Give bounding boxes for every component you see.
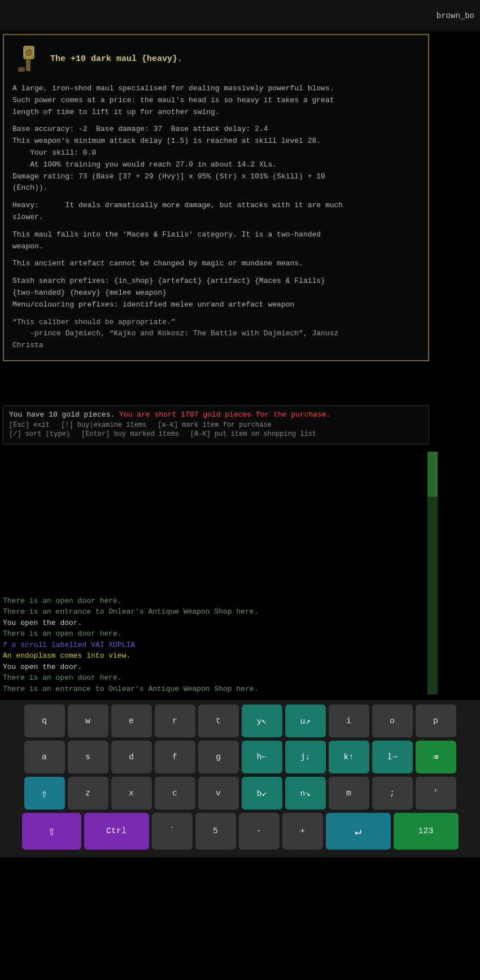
item-title: The +10 dark maul {heavy}. xyxy=(50,54,182,64)
key-p[interactable]: p xyxy=(416,705,456,737)
key-backtick[interactable]: ` xyxy=(152,813,193,850)
key-z[interactable]: z xyxy=(68,777,108,810)
key-e[interactable]: e xyxy=(111,705,152,737)
item-desc1: A large, iron-shod maul specialised for … xyxy=(12,83,420,118)
scrollbar[interactable] xyxy=(427,452,438,694)
key-i[interactable]: i xyxy=(329,705,369,737)
key-q[interactable]: q xyxy=(24,705,65,737)
key-backspace[interactable]: ⌫ xyxy=(416,741,456,773)
key-enter[interactable]: ↵ xyxy=(326,813,391,850)
key-r[interactable]: r xyxy=(155,705,195,737)
message-line-1: There is an entrance to Onlear's Antique… xyxy=(3,606,421,618)
key-t[interactable]: t xyxy=(198,705,239,737)
key-h[interactable]: h← xyxy=(242,741,282,773)
key-row-2: a s d f g h← j↓ k↑ l→ ⌫ xyxy=(2,741,478,773)
message-line-4: f a scroll labelled VAI XOPLIA xyxy=(3,640,421,651)
svg-point-2 xyxy=(24,48,33,57)
key-g[interactable]: g xyxy=(198,741,239,773)
message-line-6: You open the door. xyxy=(3,662,421,673)
keybind-sort: [/] sort (type) xyxy=(9,430,70,438)
key-f[interactable]: f xyxy=(155,741,195,773)
key-plus[interactable]: + xyxy=(282,813,323,850)
key-b[interactable]: b↙ xyxy=(242,777,282,810)
key-x[interactable]: x xyxy=(111,777,152,810)
item-desc5: This ancient artefact cannot be changed … xyxy=(12,258,420,270)
key-a[interactable]: a xyxy=(24,741,65,773)
gold-line: You have 10 gold pieces. You are short 1… xyxy=(9,410,423,419)
key-shift-left[interactable]: ⇧ xyxy=(24,777,65,810)
message-line-3: There is an open door here. xyxy=(3,628,421,640)
gold-prefix: You have 10 gold pieces. xyxy=(9,410,115,419)
key-row-1: q w e r t y↖ u↗ i o p xyxy=(2,705,478,737)
key-5[interactable]: 5 xyxy=(195,813,236,850)
key-y[interactable]: y↖ xyxy=(242,705,282,737)
item-header: The +10 dark maul {heavy}. xyxy=(12,43,420,75)
item-icon xyxy=(12,43,43,75)
key-apostrophe[interactable]: ' xyxy=(416,777,456,810)
message-log: There is an open door here.There is an e… xyxy=(3,596,421,695)
key-ctrl[interactable]: Ctrl xyxy=(84,813,149,850)
svg-rect-3 xyxy=(18,67,25,72)
key-w[interactable]: w xyxy=(68,705,108,737)
key-c[interactable]: c xyxy=(155,777,195,810)
key-row-4: ⇧ Ctrl ` 5 - + ↵ 123 xyxy=(2,813,478,850)
keyboard: q w e r t y↖ u↗ i o p a s d f g h← j↓ k↑… xyxy=(0,700,480,858)
key-row-3: ⇧ z x c v b↙ n↘ m ; ' xyxy=(2,777,478,810)
key-n[interactable]: n↘ xyxy=(285,777,326,810)
keybind-enter: [Enter] buy marked items xyxy=(81,430,179,438)
key-k[interactable]: k↑ xyxy=(329,741,369,773)
item-desc2: Base accuracy: -2 Base damage: 37 Base a… xyxy=(12,124,420,194)
gold-short: You are short 1707 gold pieces for the p… xyxy=(119,410,330,419)
key-v[interactable]: v xyxy=(198,777,239,810)
key-minus[interactable]: - xyxy=(239,813,280,850)
key-semicolon[interactable]: ; xyxy=(372,777,413,810)
game-area: There is an open door here.There is an e… xyxy=(0,452,435,694)
key-o[interactable]: o xyxy=(372,705,413,737)
keybind-row2: [/] sort (type) [Enter] buy marked items… xyxy=(9,430,423,438)
message-line-2: You open the door. xyxy=(3,618,421,629)
keybind-row1: [Esc] exit [!] buy|examine items [a-k] m… xyxy=(9,421,423,429)
key-s[interactable]: s xyxy=(68,741,108,773)
message-line-7: There is an open door here. xyxy=(3,672,421,684)
top-bar-title: brown_bo xyxy=(437,11,474,20)
item-panel: The +10 dark maul {heavy}. A large, iron… xyxy=(3,34,429,361)
key-123[interactable]: 123 xyxy=(394,813,459,850)
top-bar: brown_bo xyxy=(0,0,480,31)
key-u[interactable]: u↗ xyxy=(285,705,326,737)
item-desc6: Stash search prefixes: {in_shop} {artefa… xyxy=(12,275,420,310)
key-l[interactable]: l→ xyxy=(372,741,413,773)
item-desc3: Heavy: It deals dramatically more damage… xyxy=(12,200,420,224)
item-desc4: This maul falls into the 'Maces & Flails… xyxy=(12,229,420,253)
key-m[interactable]: m xyxy=(329,777,369,810)
item-quote: “This caliber should be appropriate.” -p… xyxy=(12,317,420,352)
key-d[interactable]: d xyxy=(111,741,152,773)
message-line-8: There is an entrance to Onlear's Antique… xyxy=(3,684,421,695)
key-shift-bottom[interactable]: ⇧ xyxy=(22,813,81,850)
keybind-buy: [!] buy|examine items xyxy=(61,421,146,429)
key-j[interactable]: j↓ xyxy=(285,741,326,773)
keybind-mark: [a-k] mark item for purchase xyxy=(158,421,272,429)
info-bar: You have 10 gold pieces. You are short 1… xyxy=(3,405,429,444)
message-line-0: There is an open door here. xyxy=(3,596,421,607)
message-line-5: An endoplasm comes into view. xyxy=(3,650,421,662)
keybind-shoplist: [A-K] put item on shopping list xyxy=(190,430,316,438)
scrollbar-thumb xyxy=(427,452,438,497)
keybind-esc: [Esc] exit xyxy=(9,421,50,429)
svg-rect-1 xyxy=(26,59,30,71)
